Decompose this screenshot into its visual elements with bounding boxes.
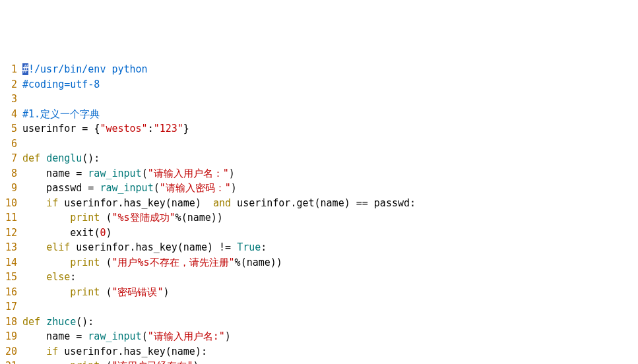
code-line: 11 print ("%s登陆成功"%(name)) xyxy=(0,210,638,226)
code-token: = xyxy=(88,182,100,194)
code-token: ( xyxy=(315,197,321,209)
code-content xyxy=(22,136,638,152)
code-token: raw_input xyxy=(88,330,141,342)
code-token: ( xyxy=(241,257,247,268)
code-token: "%s登陆成功" xyxy=(112,212,175,224)
code-token: "用户%s不存在，请先注册" xyxy=(112,257,234,268)
code-token: "密码错误" xyxy=(112,286,163,298)
code-token: = xyxy=(82,123,94,135)
code-token: "请输入用户名:" xyxy=(148,330,225,342)
code-token: % xyxy=(175,212,181,224)
code-line: 17 xyxy=(0,299,638,315)
code-token: userinfor xyxy=(231,197,290,209)
code-token xyxy=(22,271,46,283)
code-token: "该用户已经存在" xyxy=(112,360,193,364)
code-token: exit xyxy=(22,227,94,239)
line-number: 10 xyxy=(0,196,22,211)
code-token: name xyxy=(321,197,344,209)
code-token: ) xyxy=(164,286,170,298)
code-token xyxy=(22,346,46,357)
code-token: name xyxy=(22,167,76,179)
code-line: 3 xyxy=(0,92,638,107)
line-number: 2 xyxy=(0,77,22,92)
code-line: 1#!/usr/bin/env python xyxy=(0,62,638,77)
code-token: True xyxy=(237,241,261,253)
code-token: . xyxy=(118,197,124,209)
code-token: ) xyxy=(225,330,231,342)
code-token: ) xyxy=(229,167,235,179)
line-number: 1 xyxy=(0,62,22,77)
code-token: if xyxy=(46,197,58,209)
code-token: userinfor xyxy=(22,123,82,135)
code-line: 4#1.定义一个字典 xyxy=(0,107,638,122)
code-token: : xyxy=(148,123,154,135)
code-token: #coding=utf-8 xyxy=(22,78,100,90)
code-token: ( xyxy=(142,330,148,342)
code-token: ( xyxy=(142,167,148,179)
code-token: ) xyxy=(106,227,112,239)
code-line: 20 if userinfor.has_key(name): xyxy=(0,344,638,359)
code-content: if userinfor.has_key(name) and userinfor… xyxy=(22,196,638,211)
code-token: : xyxy=(70,271,76,283)
code-content: passwd = raw_input("请输入密码：") xyxy=(22,181,638,196)
line-number: 19 xyxy=(0,329,22,344)
code-line: 6 xyxy=(0,136,638,152)
code-content: #1.定义一个字典 xyxy=(22,107,638,122)
code-token: ) xyxy=(195,197,213,209)
code-token xyxy=(40,316,46,328)
code-token: % xyxy=(235,257,241,268)
code-content: print ("密码错误") xyxy=(22,285,638,300)
code-line: 21 print ("该用户已经存在") xyxy=(0,359,638,364)
code-line: 10 if userinfor.has_key(name) and userin… xyxy=(0,196,638,211)
code-line: 13 elif userinfor.has_key(name) != True: xyxy=(0,240,638,255)
code-editor: 1#!/usr/bin/env python2#coding=utf-834#1… xyxy=(0,62,638,364)
code-token: ( xyxy=(154,182,160,194)
code-token xyxy=(22,257,70,268)
code-token: zhuce xyxy=(46,316,76,328)
code-line: 18def zhuce(): xyxy=(0,315,638,330)
code-token: name xyxy=(172,197,195,209)
code-token: name xyxy=(183,241,207,253)
code-token: ( xyxy=(166,197,172,209)
code-line: 15 else: xyxy=(0,270,638,285)
code-token: raw_input xyxy=(100,182,153,194)
line-number: 4 xyxy=(0,107,22,122)
code-token: else xyxy=(46,271,70,283)
code-line: 7def denglu(): xyxy=(0,151,638,166)
code-content: #!/usr/bin/env python xyxy=(22,62,638,77)
code-content xyxy=(22,92,638,107)
code-token: passwd xyxy=(22,182,88,194)
line-number: 16 xyxy=(0,285,22,300)
code-token xyxy=(22,286,70,298)
code-token: (): xyxy=(82,152,100,164)
code-token: print xyxy=(70,360,100,364)
code-token: (): xyxy=(76,316,94,328)
code-content: #coding=utf-8 xyxy=(22,77,638,92)
code-token: "123" xyxy=(154,123,183,135)
code-token: ) xyxy=(344,197,356,209)
code-content: userinfor = {"westos":"123"} xyxy=(22,121,638,136)
code-token: name xyxy=(22,330,76,342)
code-token: userinfor xyxy=(58,197,117,209)
code-token: #1.定义一个字典 xyxy=(22,108,100,120)
line-number: 13 xyxy=(0,240,22,255)
code-line: 9 passwd = raw_input("请输入密码：") xyxy=(0,181,638,196)
code-token: . xyxy=(118,346,124,357)
code-line: 14 print ("用户%s不存在，请先注册"%(name)) xyxy=(0,255,638,270)
code-content: def zhuce(): xyxy=(22,315,638,330)
line-number: 12 xyxy=(0,226,22,241)
line-number: 8 xyxy=(0,166,22,181)
code-token: == xyxy=(356,197,374,209)
code-token: denglu xyxy=(46,152,82,164)
code-content: print ("该用户已经存在") xyxy=(22,359,638,364)
code-token: ) xyxy=(207,241,219,253)
code-token: userinfor xyxy=(58,346,117,357)
code-token: ( xyxy=(166,346,172,357)
code-line: 16 print ("密码错误") xyxy=(0,285,638,300)
code-content: print ("%s登陆成功"%(name)) xyxy=(22,210,638,226)
code-content: if userinfor.has_key(name): xyxy=(22,344,638,359)
line-number: 17 xyxy=(0,299,22,315)
code-token: : xyxy=(261,241,267,253)
code-token: name xyxy=(172,346,195,357)
code-token: ( xyxy=(181,212,187,224)
